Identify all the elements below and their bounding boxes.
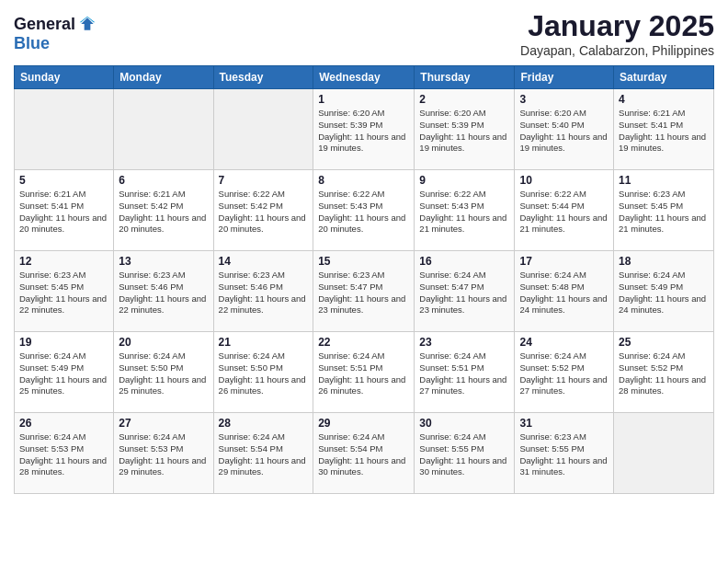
day-number: 21: [219, 336, 309, 349]
table-row: 7Sunrise: 6:22 AMSunset: 5:42 PMDaylight…: [213, 170, 313, 251]
day-number: 27: [119, 417, 208, 430]
table-row: 15Sunrise: 6:23 AMSunset: 5:47 PMDayligh…: [313, 251, 415, 332]
day-number: 24: [519, 336, 609, 349]
col-wednesday: Wednesday: [313, 66, 415, 89]
table-row: 12Sunrise: 6:23 AMSunset: 5:45 PMDayligh…: [15, 251, 114, 332]
table-row: 22Sunrise: 6:24 AMSunset: 5:51 PMDayligh…: [313, 332, 415, 413]
table-row: 2Sunrise: 6:20 AMSunset: 5:39 PMDaylight…: [415, 89, 515, 170]
day-number: 13: [119, 255, 208, 268]
day-number: 26: [19, 417, 108, 430]
title-section: January 2025 Dayapan, Calabarzon, Philip…: [520, 9, 714, 58]
day-number: 22: [318, 336, 409, 349]
day-number: 23: [419, 336, 509, 349]
day-number: 14: [219, 255, 309, 268]
day-info: Sunrise: 6:22 AMSunset: 5:42 PMDaylight:…: [219, 189, 309, 236]
calendar-week-row: 5Sunrise: 6:21 AMSunset: 5:41 PMDaylight…: [15, 170, 714, 251]
day-info: Sunrise: 6:23 AMSunset: 5:45 PMDaylight:…: [619, 189, 709, 236]
col-tuesday: Tuesday: [213, 66, 313, 89]
header: General Blue January 2025 Dayapan, Calab…: [14, 9, 714, 58]
table-row: 31Sunrise: 6:23 AMSunset: 5:55 PMDayligh…: [515, 413, 614, 494]
day-number: 11: [619, 174, 709, 187]
day-info: Sunrise: 6:24 AMSunset: 5:55 PMDaylight:…: [419, 431, 509, 478]
day-number: 8: [318, 174, 409, 187]
table-row: 9Sunrise: 6:22 AMSunset: 5:43 PMDaylight…: [415, 170, 515, 251]
table-row: [614, 413, 714, 494]
day-info: Sunrise: 6:24 AMSunset: 5:52 PMDaylight:…: [519, 350, 609, 397]
table-row: 21Sunrise: 6:24 AMSunset: 5:50 PMDayligh…: [213, 332, 313, 413]
day-number: 2: [419, 93, 509, 106]
day-info: Sunrise: 6:23 AMSunset: 5:46 PMDaylight:…: [219, 270, 309, 316]
day-number: 18: [619, 255, 709, 268]
page: General Blue January 2025 Dayapan, Calab…: [0, 0, 728, 563]
day-info: Sunrise: 6:23 AMSunset: 5:45 PMDaylight:…: [19, 270, 108, 316]
table-row: 10Sunrise: 6:22 AMSunset: 5:44 PMDayligh…: [515, 170, 614, 251]
day-number: 29: [318, 417, 409, 430]
table-row: 6Sunrise: 6:21 AMSunset: 5:42 PMDaylight…: [114, 170, 213, 251]
day-info: Sunrise: 6:24 AMSunset: 5:51 PMDaylight:…: [318, 350, 409, 397]
day-number: 30: [419, 417, 509, 430]
day-info: Sunrise: 6:24 AMSunset: 5:54 PMDaylight:…: [219, 431, 309, 478]
day-info: Sunrise: 6:23 AMSunset: 5:47 PMDaylight:…: [318, 270, 409, 316]
table-row: 11Sunrise: 6:23 AMSunset: 5:45 PMDayligh…: [614, 170, 714, 251]
calendar-week-row: 12Sunrise: 6:23 AMSunset: 5:45 PMDayligh…: [15, 251, 714, 332]
table-row: 30Sunrise: 6:24 AMSunset: 5:55 PMDayligh…: [415, 413, 515, 494]
day-number: 4: [619, 93, 709, 106]
calendar-week-row: 19Sunrise: 6:24 AMSunset: 5:49 PMDayligh…: [15, 332, 714, 413]
day-info: Sunrise: 6:24 AMSunset: 5:50 PMDaylight:…: [119, 350, 208, 397]
day-info: Sunrise: 6:24 AMSunset: 5:53 PMDaylight:…: [19, 431, 108, 478]
day-number: 1: [318, 93, 409, 106]
day-number: 17: [519, 255, 609, 268]
day-number: 7: [219, 174, 309, 187]
location: Dayapan, Calabarzon, Philippines: [520, 43, 714, 58]
table-row: 3Sunrise: 6:20 AMSunset: 5:40 PMDaylight…: [515, 89, 614, 170]
day-number: 12: [19, 255, 108, 268]
table-row: 8Sunrise: 6:22 AMSunset: 5:43 PMDaylight…: [313, 170, 415, 251]
day-info: Sunrise: 6:23 AMSunset: 5:55 PMDaylight:…: [519, 431, 609, 478]
logo-general: General: [14, 16, 75, 34]
logo-blue: Blue: [14, 35, 97, 53]
day-info: Sunrise: 6:20 AMSunset: 5:40 PMDaylight:…: [519, 108, 609, 155]
day-info: Sunrise: 6:24 AMSunset: 5:48 PMDaylight:…: [519, 270, 609, 316]
table-row: 20Sunrise: 6:24 AMSunset: 5:50 PMDayligh…: [114, 332, 213, 413]
day-number: 6: [119, 174, 208, 187]
day-info: Sunrise: 6:24 AMSunset: 5:54 PMDaylight:…: [318, 431, 409, 478]
day-number: 10: [519, 174, 609, 187]
table-row: 1Sunrise: 6:20 AMSunset: 5:39 PMDaylight…: [313, 89, 415, 170]
table-row: 29Sunrise: 6:24 AMSunset: 5:54 PMDayligh…: [313, 413, 415, 494]
calendar: Sunday Monday Tuesday Wednesday Thursday…: [14, 65, 714, 494]
table-row: 25Sunrise: 6:24 AMSunset: 5:52 PMDayligh…: [614, 332, 714, 413]
table-row: [114, 89, 213, 170]
logo: General Blue: [14, 15, 97, 53]
col-monday: Monday: [114, 66, 213, 89]
day-info: Sunrise: 6:21 AMSunset: 5:42 PMDaylight:…: [119, 189, 208, 236]
col-friday: Friday: [515, 66, 614, 89]
logo-text: General Blue: [14, 15, 97, 53]
day-info: Sunrise: 6:24 AMSunset: 5:47 PMDaylight:…: [419, 270, 509, 316]
col-saturday: Saturday: [614, 66, 714, 89]
day-number: 25: [619, 336, 709, 349]
day-info: Sunrise: 6:22 AMSunset: 5:43 PMDaylight:…: [318, 189, 409, 236]
day-number: 28: [219, 417, 309, 430]
table-row: [213, 89, 313, 170]
day-info: Sunrise: 6:24 AMSunset: 5:53 PMDaylight:…: [119, 431, 208, 478]
day-info: Sunrise: 6:21 AMSunset: 5:41 PMDaylight:…: [619, 108, 709, 155]
col-sunday: Sunday: [15, 66, 114, 89]
table-row: 4Sunrise: 6:21 AMSunset: 5:41 PMDaylight…: [614, 89, 714, 170]
day-number: 9: [419, 174, 509, 187]
day-number: 31: [519, 417, 609, 430]
table-row: 13Sunrise: 6:23 AMSunset: 5:46 PMDayligh…: [114, 251, 213, 332]
day-info: Sunrise: 6:20 AMSunset: 5:39 PMDaylight:…: [419, 108, 509, 155]
col-thursday: Thursday: [415, 66, 515, 89]
table-row: [15, 89, 114, 170]
table-row: 14Sunrise: 6:23 AMSunset: 5:46 PMDayligh…: [213, 251, 313, 332]
day-info: Sunrise: 6:20 AMSunset: 5:39 PMDaylight:…: [318, 108, 409, 155]
table-row: 24Sunrise: 6:24 AMSunset: 5:52 PMDayligh…: [515, 332, 614, 413]
day-info: Sunrise: 6:23 AMSunset: 5:46 PMDaylight:…: [119, 270, 208, 316]
calendar-week-row: 26Sunrise: 6:24 AMSunset: 5:53 PMDayligh…: [15, 413, 714, 494]
table-row: 26Sunrise: 6:24 AMSunset: 5:53 PMDayligh…: [15, 413, 114, 494]
calendar-week-row: 1Sunrise: 6:20 AMSunset: 5:39 PMDaylight…: [15, 89, 714, 170]
day-number: 5: [19, 174, 108, 187]
logo-icon: [78, 15, 97, 33]
day-info: Sunrise: 6:22 AMSunset: 5:44 PMDaylight:…: [519, 189, 609, 236]
table-row: 27Sunrise: 6:24 AMSunset: 5:53 PMDayligh…: [114, 413, 213, 494]
